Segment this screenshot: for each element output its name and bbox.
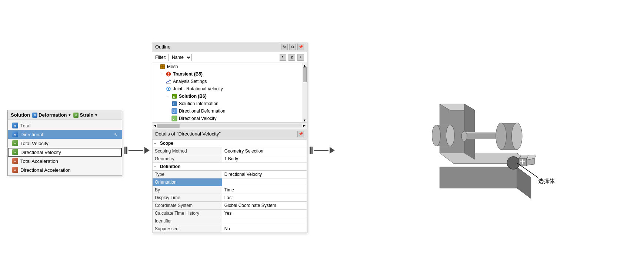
filter-add-btn[interactable]: + — [297, 54, 304, 61]
menu-item-total-acceleration[interactable]: a Total Acceleration — [8, 157, 122, 165]
tree-item-dir-vel[interactable]: v Directional Velocity — [152, 115, 302, 122]
deformation-icon: d — [32, 113, 37, 118]
tree-item-sol-info[interactable]: i Solution Information — [152, 100, 302, 107]
deformation-dropdown-arrow: ▼ — [68, 113, 71, 117]
bottom-scroll-thumb[interactable] — [157, 124, 180, 128]
tree-item-dir-deform[interactable]: d Directional Deformation — [152, 107, 302, 115]
scroll-down-btn[interactable]: ▼ — [303, 118, 306, 122]
suppressed-label: Suppressed — [153, 225, 222, 232]
svg-point-31 — [446, 125, 454, 146]
tree-item-solution[interactable]: − S Solution (B6) — [152, 93, 302, 100]
svg-marker-19 — [517, 167, 531, 198]
svg-text:v: v — [173, 117, 174, 121]
definition-collapse-btn[interactable]: − — [154, 165, 159, 168]
identifier-label: Identifier — [153, 217, 222, 225]
svg-point-30 — [432, 125, 440, 146]
display-time-row: Display Time Last — [153, 194, 307, 201]
filter-clear-btn[interactable]: ⊘ — [288, 54, 295, 61]
coord-system-value: Global Coordinate System — [222, 201, 307, 209]
mesh-label: Mesh — [167, 64, 178, 69]
scoping-method-label: Scoping Method — [153, 147, 222, 155]
tree-item-transient[interactable]: − Transient (B5) — [152, 70, 302, 78]
joint-icon — [166, 86, 171, 92]
transient-label: Transient (B5) — [173, 71, 203, 77]
svg-text:i: i — [173, 102, 174, 106]
filter-row: Filter: Name ↻ ⊘ + — [152, 52, 307, 63]
details-table: − Scope Scoping Method Geometry Selectio… — [152, 139, 307, 233]
svg-marker-23 — [464, 104, 474, 160]
arrow-2-vbar2 — [311, 147, 313, 154]
filter-select[interactable]: Name — [168, 54, 192, 61]
orientation-label: Orientation — [153, 178, 222, 186]
filter-refresh-btn[interactable]: ↻ — [280, 54, 286, 61]
calc-time-history-label: Calculate Time History — [153, 209, 222, 217]
deformation-dropdown-btn[interactable]: d Deformation ▼ — [32, 112, 71, 118]
menu-item-directional-acceleration[interactable]: a Directional Acceleration — [8, 165, 122, 174]
tree-item-analysis[interactable]: Analysis Settings — [152, 78, 302, 85]
scoping-method-row: Scoping Method Geometry Selection — [153, 147, 307, 155]
type-label: Type — [153, 170, 222, 178]
arrow-1 — [122, 147, 152, 154]
strain-dropdown-btn[interactable]: e Strain ▼ — [73, 112, 98, 118]
arrow-1-vbar2 — [126, 147, 127, 154]
svg-point-35 — [507, 157, 520, 169]
transient-expand[interactable]: − — [160, 72, 164, 76]
svg-marker-26 — [464, 134, 501, 139]
orientation-dropdown[interactable]: Y Axis ▼ — [224, 180, 304, 185]
bottom-scroll-track[interactable] — [157, 124, 302, 127]
details-panel: Details of "Directional Velocity" 📌 − Sc… — [152, 129, 307, 233]
arrow-2-shaft — [314, 150, 328, 151]
definition-section-row: − Definition — [153, 163, 307, 170]
svg-marker-25 — [464, 132, 501, 134]
calc-time-history-row: Calculate Time History Yes — [153, 209, 307, 217]
sol-info-icon: i — [171, 101, 177, 107]
solution-menu: Solution d Deformation ▼ e Strain ▼ d To… — [7, 110, 122, 176]
arrow-2-inner — [310, 147, 335, 154]
definition-label: Definition — [160, 164, 180, 169]
scroll-thumb[interactable] — [303, 67, 307, 82]
svg-rect-11 — [172, 101, 177, 106]
menu-item-directional-acceleration-label: Directional Acceleration — [20, 167, 71, 173]
details-pin-btn[interactable]: 📌 — [297, 131, 304, 137]
menu-item-directional[interactable]: d Directional ↖ — [8, 130, 122, 139]
outline-pin-btn[interactable]: 📌 — [297, 44, 304, 50]
scroll-right-btn[interactable]: ▶ — [303, 124, 306, 127]
details-title: Details of "Directional Velocity" — [155, 131, 221, 137]
outline-scrollbar[interactable]: ▲ ▼ — [302, 63, 307, 122]
menu-item-total[interactable]: d Total — [8, 121, 122, 130]
scroll-up-btn[interactable]: ▲ — [303, 64, 306, 67]
orientation-row[interactable]: Orientation Y Axis ▼ — [153, 178, 307, 186]
cursor-indicator: ↖ — [114, 132, 117, 137]
solution-expand[interactable]: − — [166, 94, 170, 98]
menu-item-total-velocity[interactable]: v Total Velocity — [8, 139, 122, 148]
menu-item-directional-velocity[interactable]: v Directional Velocity — [8, 148, 122, 157]
arrow-2-vbar1 — [310, 147, 311, 154]
dir-vel-icon: v — [171, 116, 177, 121]
scoping-method-value: Geometry Selection — [222, 147, 307, 155]
solution-label: Solution — [11, 112, 30, 118]
scroll-left-btn[interactable]: ◀ — [154, 124, 156, 127]
solution-label: Solution (B6) — [179, 94, 207, 99]
svg-marker-18 — [440, 167, 517, 188]
orientation-value[interactable]: Y Axis ▼ — [222, 178, 307, 186]
coord-system-row: Coordinate System Global Coordinate Syst… — [153, 201, 307, 209]
details-title-controls: 📌 — [297, 131, 304, 137]
calc-time-history-value: Yes — [222, 209, 307, 217]
3d-view: 选择体 — [341, 69, 637, 202]
sol-info-label: Solution Information — [179, 101, 218, 106]
tree-item-mesh[interactable]: Mesh — [152, 63, 302, 70]
outline-filter-btn[interactable]: ⊘ — [289, 44, 296, 50]
analysis-icon — [166, 78, 171, 84]
solution-icon: S — [171, 93, 177, 99]
geometry-row: Geometry 1 Body — [153, 155, 307, 163]
type-value: Directional Velocity — [222, 170, 307, 178]
arrow-1-vbars — [124, 147, 127, 154]
scope-collapse-btn[interactable]: − — [154, 141, 159, 145]
outline-refresh-btn[interactable]: ↻ — [281, 44, 288, 50]
deformation-btn-label: Deformation — [39, 112, 67, 118]
by-label: By — [153, 186, 222, 194]
tree-item-joint[interactable]: Joint - Rotational Velocity — [152, 85, 302, 93]
dir-deform-label: Directional Deformation — [179, 108, 225, 114]
type-row: Type Directional Velocity — [153, 170, 307, 178]
arrow-1-inner — [124, 147, 150, 154]
